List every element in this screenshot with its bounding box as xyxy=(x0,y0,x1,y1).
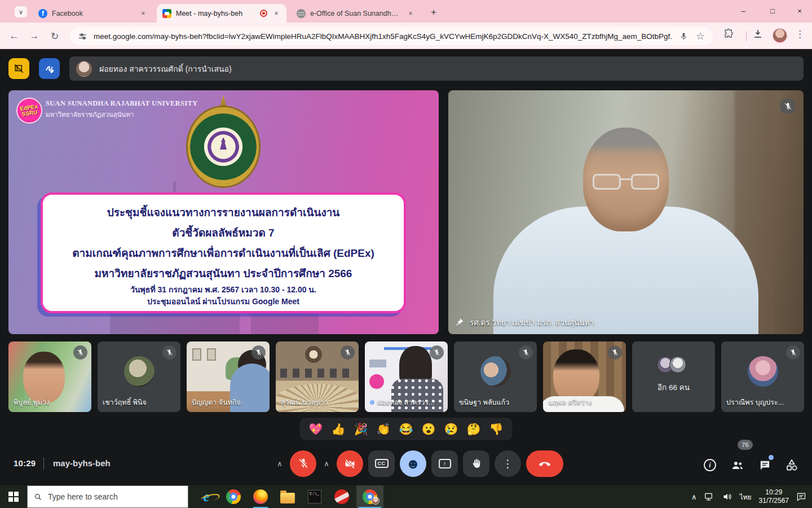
university-wordmark: SUAN SUNANDHA RAJABHAT UNIVERSITY มหาวิท… xyxy=(46,99,198,120)
reactions-toggle-button[interactable]: ☻ xyxy=(400,450,426,477)
window-close-button[interactable]: × xyxy=(787,0,812,21)
bookmark-star-icon[interactable]: ☆ xyxy=(695,30,706,42)
reaction-clap-button[interactable]: 👏 xyxy=(375,422,392,436)
meet-control-bar: 10:29 may-byhs-beh ∧ ∧ CC ☻ ↑ ⋮ xyxy=(0,445,812,485)
taskbar-firefox[interactable] xyxy=(247,485,274,508)
microphone-muted-button[interactable] xyxy=(290,450,316,477)
taskbar-search[interactable]: Type here to search xyxy=(27,485,188,508)
file-explorer-icon xyxy=(280,493,295,503)
hidden-icons-chevron[interactable]: ∧ xyxy=(691,493,697,501)
mic-options-chevron[interactable]: ∧ xyxy=(275,459,285,468)
start-button[interactable] xyxy=(0,485,27,508)
taskbar-file-explorer[interactable] xyxy=(274,485,301,508)
mic-muted-icon xyxy=(341,345,355,360)
taskbar-chrome[interactable] xyxy=(220,485,247,508)
recording-indicator-icon xyxy=(260,10,267,17)
reaction-thumbs-up-button[interactable]: 👍 xyxy=(330,422,347,436)
leave-call-button[interactable] xyxy=(526,450,563,477)
participant-name: เชาว์ฤทธิ์ พินิจ xyxy=(103,397,147,408)
window-maximize-button[interactable]: □ xyxy=(760,0,785,21)
pinned-video-tile[interactable]: รศ.ดร.วิทยา เมฆขำ มรภ. สวนสุนันทา xyxy=(448,90,804,334)
internet-explorer-icon: e xyxy=(203,489,210,504)
shared-presentation[interactable]: EdPEx SSRU SUAN SUNANDHA RAJABHAT UNIVER… xyxy=(8,90,439,334)
command-prompt-icon: C:\_ xyxy=(308,490,321,503)
participant-tile[interactable]: พิบูลย์ พูม่วง xyxy=(8,341,91,412)
tab-close-icon[interactable]: × xyxy=(272,9,281,18)
reaction-heart-button[interactable]: 💖 xyxy=(307,422,325,436)
present-screen-button[interactable]: ↑ xyxy=(431,450,458,477)
voice-search-icon[interactable] xyxy=(678,30,689,42)
chat-button[interactable] xyxy=(754,455,775,475)
tab-meet[interactable]: Meet - may-byhs-beh × xyxy=(157,4,286,23)
participant-avatar xyxy=(669,356,686,373)
profile-avatar[interactable] xyxy=(773,28,787,43)
screen-capture-blocked-extension-button[interactable] xyxy=(8,58,29,79)
tab-eoffice[interactable]: e-Office of Suan Sunandha Raj × xyxy=(291,4,421,23)
browser-tab-strip: ∨ f Facebook × Meet - may-byhs-beh × e-O… xyxy=(0,0,812,23)
chat-icon xyxy=(758,459,771,472)
raise-hand-button[interactable] xyxy=(463,450,489,477)
captions-button[interactable]: CC xyxy=(368,450,395,477)
reaction-sad-button[interactable]: 😢 xyxy=(443,422,460,436)
window-minimize-button[interactable]: – xyxy=(731,0,756,21)
meeting-code: may-byhs-beh xyxy=(53,458,111,468)
volume-icon[interactable] xyxy=(722,492,732,501)
participant-tile[interactable]: ขนิษฐา พลับแก้ว xyxy=(454,341,537,412)
downloads-button[interactable] xyxy=(752,28,764,40)
new-tab-button[interactable]: + xyxy=(426,5,441,20)
speaker-glasses xyxy=(593,174,659,191)
address-bar[interactable]: meet.google.com/may-byhs-beh?fbclid=lwY2… xyxy=(70,27,713,45)
taskbar-ie[interactable]: e xyxy=(193,485,220,508)
reload-button[interactable]: ↻ xyxy=(47,29,62,43)
tab-close-icon[interactable]: × xyxy=(139,9,148,18)
reaction-thinking-button[interactable]: 🤔 xyxy=(465,422,483,436)
more-options-button[interactable]: ⋮ xyxy=(495,450,521,477)
show-everyone-button[interactable] xyxy=(727,455,748,475)
windows-taskbar: Type here to search e C:\_ ∧ ไทย 10:29 3… xyxy=(0,485,812,508)
taskbar-ccleaner[interactable] xyxy=(328,485,355,508)
url-text[interactable]: meet.google.com/may-byhs-beh?fbclid=lwY2… xyxy=(94,32,672,41)
back-button[interactable]: ← xyxy=(7,29,21,43)
extensions-button[interactable] xyxy=(723,28,734,39)
activities-button[interactable] xyxy=(782,455,802,475)
chat-notification-dot xyxy=(769,455,774,460)
forward-button[interactable]: → xyxy=(27,29,42,43)
participant-name: ขนิษฐา พลับแก้ว xyxy=(459,397,509,408)
more-participants-tile[interactable]: อีก 66 คน xyxy=(632,341,715,412)
participant-tile[interactable]: เชาว์ฤทธิ์ พินิจ xyxy=(98,341,180,412)
pinned-name-bar: รศ.ดร.วิทยา เมฆขำ มรภ. สวนสุนันทา xyxy=(455,316,594,329)
annotation-pen-extension-button[interactable] xyxy=(39,58,60,79)
meeting-details-button[interactable]: i xyxy=(700,455,720,475)
participant-name: พิบูลย์ พูม่วง xyxy=(14,397,50,408)
camera-off-button[interactable] xyxy=(337,450,363,477)
camera-options-chevron[interactable]: ∧ xyxy=(321,459,332,468)
mic-muted-icon xyxy=(519,345,533,360)
participant-tile[interactable]: ปราณีพร บุญประ... xyxy=(721,341,804,412)
action-center-icon[interactable] xyxy=(796,492,806,501)
network-icon[interactable] xyxy=(704,492,715,502)
language-indicator[interactable]: ไทย xyxy=(740,492,752,502)
tab-close-icon[interactable]: × xyxy=(406,9,415,18)
reaction-thumbs-down-button[interactable]: 👎 xyxy=(488,422,505,436)
info-icon: i xyxy=(704,459,716,471)
participant-tile[interactable]: สุวัฒน์ นวลขาว xyxy=(276,341,359,412)
wall-frame xyxy=(192,348,201,361)
slide-title-card: ประชุมชี้แจงแนวทางการรายงานผลการดำเนินงา… xyxy=(41,192,406,313)
browser-menu-button[interactable]: ⋮ xyxy=(795,28,805,40)
mic-muted-icon xyxy=(608,345,622,360)
presenting-indicator xyxy=(370,400,374,405)
participant-tile[interactable]: ฝอยทอง สาครวร... xyxy=(365,341,448,412)
site-settings-icon[interactable] xyxy=(77,30,88,42)
tab-facebook[interactable]: f Facebook × xyxy=(33,4,153,23)
reaction-laugh-button[interactable]: 😂 xyxy=(398,422,415,436)
taskbar-command-prompt[interactable]: C:\_ xyxy=(301,485,328,508)
participant-tile[interactable]: นฤพล ศรีสว่าง xyxy=(543,341,626,412)
taskbar-clock[interactable]: 10:29 31/7/2567 xyxy=(759,488,789,505)
reaction-surprised-button[interactable]: 😮 xyxy=(420,422,438,436)
participant-name: ปัญญดา จันทกิจ xyxy=(192,397,241,408)
participant-tile[interactable]: ปัญญดา จันทกิจ xyxy=(187,341,270,412)
participant-name-text: ฝอยทอง สาครวร... xyxy=(377,397,434,408)
reaction-celebrate-button[interactable]: 🎉 xyxy=(352,422,370,436)
taskbar-chrome-active[interactable] xyxy=(356,485,383,508)
tab-search-button[interactable]: ∨ xyxy=(15,6,27,17)
